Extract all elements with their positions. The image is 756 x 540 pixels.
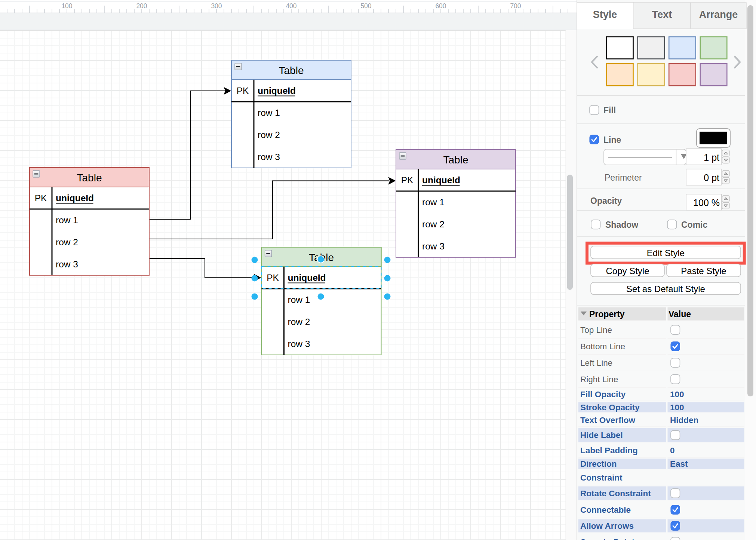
svg-text:Left Line: Left Line (580, 358, 612, 368)
svg-text:PK: PK (35, 193, 47, 203)
svg-text:PK: PK (401, 175, 414, 185)
svg-text:Edit Style: Edit Style (647, 248, 685, 258)
svg-text:100: 100 (61, 2, 72, 10)
svg-text:Hidden: Hidden (670, 415, 698, 425)
svg-text:Hide Label: Hide Label (580, 430, 623, 440)
svg-text:uniqueId: uniqueId (422, 175, 460, 185)
svg-text:row 2: row 2 (288, 317, 310, 327)
svg-text:uniqueId: uniqueId (56, 193, 94, 203)
svg-text:100 %: 100 % (693, 197, 720, 208)
svg-text:Label Padding: Label Padding (580, 446, 638, 455)
svg-text:Style: Style (593, 9, 617, 20)
svg-text:row 1: row 1 (288, 295, 310, 305)
svg-text:Value: Value (669, 309, 691, 319)
svg-text:East: East (670, 459, 688, 469)
svg-text:100: 100 (670, 403, 684, 412)
svg-text:row 1: row 1 (56, 215, 78, 225)
svg-text:Paste Style: Paste Style (681, 266, 726, 276)
svg-text:500: 500 (360, 2, 371, 10)
svg-text:row 2: row 2 (422, 219, 445, 229)
svg-text:Direction: Direction (580, 459, 617, 469)
svg-text:200: 200 (136, 2, 147, 10)
svg-text:Set as Default Style: Set as Default Style (626, 284, 705, 294)
svg-text:100: 100 (670, 390, 684, 399)
svg-text:Constraint: Constraint (580, 473, 623, 482)
svg-text:Copy Style: Copy Style (606, 266, 649, 276)
svg-text:Perimeter: Perimeter (605, 173, 642, 182)
svg-text:Stroke Opacity: Stroke Opacity (580, 403, 640, 412)
svg-text:row 3: row 3 (258, 152, 280, 162)
svg-text:uniqueId: uniqueId (258, 86, 296, 96)
svg-text:row 3: row 3 (288, 339, 310, 349)
svg-text:Comic: Comic (681, 220, 708, 230)
svg-text:row 3: row 3 (422, 241, 445, 251)
svg-text:PK: PK (267, 273, 279, 283)
svg-text:0: 0 (670, 446, 675, 455)
svg-text:Shadow: Shadow (605, 220, 638, 230)
svg-text:Connectable: Connectable (580, 505, 631, 515)
svg-text:Text Overflow: Text Overflow (580, 415, 636, 425)
svg-text:row 2: row 2 (56, 237, 78, 247)
svg-text:400: 400 (286, 2, 296, 10)
svg-text:Opacity: Opacity (590, 196, 622, 206)
svg-text:Table: Table (279, 65, 304, 76)
svg-text:Snap to Point: Snap to Point (580, 537, 634, 540)
svg-text:row 1: row 1 (422, 197, 445, 207)
svg-text:row 3: row 3 (56, 259, 78, 269)
svg-text:Fill Opacity: Fill Opacity (580, 390, 626, 399)
svg-text:Rotate Constraint: Rotate Constraint (580, 489, 651, 498)
svg-text:300: 300 (211, 2, 222, 10)
svg-text:row 1: row 1 (258, 108, 280, 118)
svg-text:Right Line: Right Line (580, 375, 618, 384)
svg-text:Text: Text (652, 9, 672, 20)
svg-text:Table: Table (77, 172, 102, 184)
svg-text:Bottom Line: Bottom Line (580, 342, 625, 351)
svg-text:uniqueId: uniqueId (288, 273, 326, 283)
svg-text:Allow Arrows: Allow Arrows (580, 521, 634, 531)
svg-text:Property: Property (589, 309, 625, 319)
svg-text:600: 600 (435, 2, 446, 10)
svg-text:row 2: row 2 (258, 130, 280, 140)
svg-text:Table: Table (443, 154, 468, 166)
svg-text:1 pt: 1 pt (704, 152, 719, 163)
svg-text:Top Line: Top Line (580, 325, 612, 335)
svg-text:0 pt: 0 pt (704, 172, 719, 183)
svg-text:PK: PK (237, 86, 249, 96)
svg-text:Arrange: Arrange (699, 9, 738, 20)
svg-text:Line: Line (603, 135, 621, 145)
svg-text:700: 700 (510, 2, 521, 10)
svg-text:Fill: Fill (603, 105, 616, 115)
